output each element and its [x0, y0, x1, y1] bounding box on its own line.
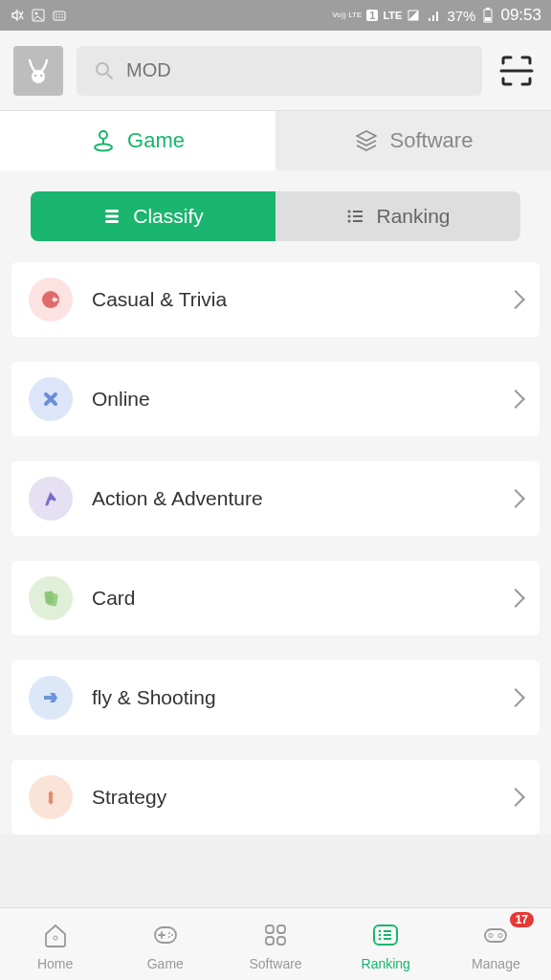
signal2-icon — [427, 8, 442, 23]
chevron-right-icon — [506, 489, 525, 508]
svg-rect-39 — [277, 937, 285, 945]
svg-point-8 — [61, 16, 63, 18]
svg-rect-33 — [48, 593, 58, 607]
svg-rect-22 — [105, 215, 119, 218]
svg-line-17 — [107, 74, 112, 78]
svg-point-15 — [40, 74, 43, 77]
volte-icon: Vo)) LTE — [332, 11, 362, 19]
svg-point-34 — [54, 936, 57, 940]
home-icon — [38, 918, 73, 952]
svg-point-6 — [55, 16, 57, 18]
nav-ranking-label: Ranking — [362, 956, 410, 971]
status-right: Vo)) LTE 1 LTE 37% 09:53 — [332, 6, 541, 25]
category-list: Casual & TriviaOnlineAction & AdventureC… — [0, 262, 551, 835]
svg-rect-25 — [353, 211, 363, 212]
nav-home-label: Home — [37, 956, 73, 971]
bottom-nav: Home Game Software Ranking 17 Manage — [0, 907, 551, 980]
category-item[interactable]: fly & Shooting — [11, 660, 540, 735]
svg-point-18 — [99, 131, 107, 139]
category-icon — [29, 576, 73, 620]
svg-point-49 — [498, 933, 502, 937]
nav-game-label: Game — [147, 956, 184, 971]
svg-point-41 — [379, 929, 382, 932]
keyboard-icon — [52, 8, 67, 23]
category-item[interactable]: Strategy — [11, 760, 540, 835]
chevron-right-icon — [506, 290, 525, 309]
svg-point-1 — [35, 12, 38, 15]
search-icon — [94, 60, 115, 81]
subtabs-wrap: Classify Ranking — [0, 170, 551, 262]
classify-icon — [102, 207, 121, 226]
svg-point-26 — [348, 215, 351, 218]
tab-software[interactable]: Software — [276, 111, 551, 170]
nav-manage-label: Manage — [472, 956, 520, 971]
category-icon — [29, 477, 73, 521]
nav-ranking[interactable]: Ranking — [331, 908, 441, 980]
nav-home[interactable]: Home — [0, 908, 110, 980]
svg-rect-27 — [353, 215, 363, 217]
svg-point-48 — [489, 933, 493, 937]
tab-game-label: Game — [127, 128, 185, 153]
svg-rect-11 — [486, 8, 490, 10]
category-label: Action & Adventure — [92, 487, 490, 510]
svg-point-13 — [32, 70, 45, 83]
svg-rect-36 — [266, 925, 274, 933]
subtab-ranking-label: Ranking — [376, 205, 450, 228]
tabs-row: Game Software — [0, 111, 551, 170]
scan-button[interactable] — [496, 50, 538, 92]
svg-point-31 — [55, 299, 58, 301]
subtab-classify-label: Classify — [133, 205, 204, 228]
lte-indicator: LTE — [383, 10, 402, 21]
svg-point-5 — [61, 13, 63, 15]
subtabs: Classify Ranking — [31, 191, 520, 241]
sim-indicator: 1 — [366, 10, 378, 21]
subtab-classify[interactable]: Classify — [31, 191, 276, 241]
category-item[interactable]: Card — [11, 561, 540, 635]
mute-icon — [10, 8, 25, 23]
svg-rect-47 — [485, 929, 506, 942]
gamepad-icon — [148, 918, 183, 952]
battery-icon — [480, 8, 496, 23]
category-label: Casual & Trivia — [92, 288, 490, 311]
svg-rect-37 — [277, 925, 285, 933]
subtab-ranking[interactable]: Ranking — [276, 191, 520, 241]
nav-game[interactable]: Game — [110, 908, 220, 980]
svg-rect-23 — [105, 220, 119, 223]
svg-rect-29 — [353, 220, 363, 222]
svg-point-43 — [379, 933, 382, 936]
search-input[interactable] — [126, 59, 465, 81]
svg-point-7 — [58, 16, 60, 18]
svg-rect-12 — [485, 17, 491, 21]
search-box[interactable] — [77, 46, 482, 96]
category-item[interactable]: Action & Adventure — [11, 461, 540, 536]
manage-badge: 17 — [510, 912, 534, 927]
apps-icon — [258, 918, 293, 952]
tab-game[interactable]: Game — [0, 111, 276, 170]
category-item[interactable]: Casual & Trivia — [11, 262, 540, 337]
list-icon — [368, 918, 403, 952]
category-label: Online — [92, 388, 490, 411]
header-bar — [0, 31, 551, 111]
svg-rect-21 — [105, 210, 119, 212]
category-label: Strategy — [92, 786, 490, 809]
ranking-icon — [345, 207, 364, 226]
category-label: fly & Shooting — [92, 686, 490, 709]
nav-software[interactable]: Software — [220, 908, 330, 980]
svg-point-24 — [348, 211, 351, 213]
category-item[interactable]: Online — [11, 362, 540, 436]
svg-point-16 — [97, 63, 108, 75]
clock: 09:53 — [500, 6, 541, 25]
nav-manage[interactable]: 17 Manage — [441, 908, 551, 980]
svg-point-45 — [379, 937, 382, 940]
chevron-right-icon — [506, 589, 525, 608]
layers-icon — [354, 128, 379, 153]
svg-point-28 — [348, 220, 351, 223]
tab-software-label: Software — [390, 128, 474, 153]
joystick-icon — [91, 128, 116, 153]
category-icon — [29, 278, 73, 322]
svg-point-20 — [95, 145, 112, 151]
app-logo[interactable] — [13, 46, 63, 96]
chevron-right-icon — [506, 688, 525, 707]
image-icon — [31, 8, 46, 23]
svg-point-14 — [34, 74, 37, 77]
